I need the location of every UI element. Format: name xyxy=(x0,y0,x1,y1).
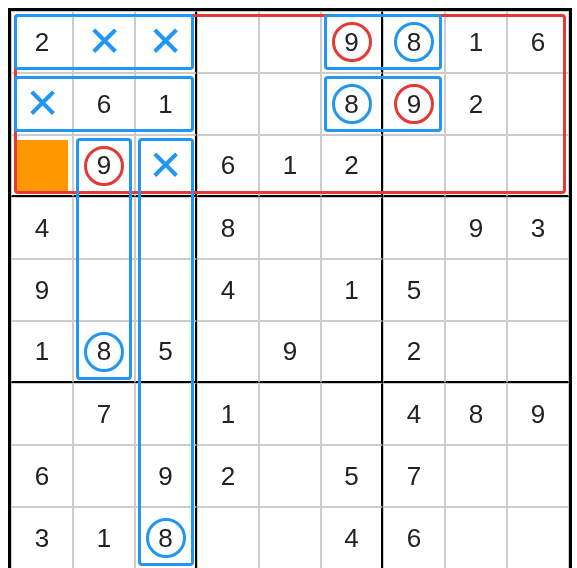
x-mark-icon: ✕ xyxy=(87,21,122,63)
cell-8-4[interactable] xyxy=(259,507,321,568)
cell-4-7[interactable] xyxy=(445,259,507,321)
cell-5-3[interactable] xyxy=(197,321,259,383)
cell-7-6[interactable]: 7 xyxy=(383,445,445,507)
cell-value: 5 xyxy=(407,275,421,306)
cell-6-4[interactable] xyxy=(259,383,321,445)
cell-3-2[interactable] xyxy=(135,197,197,259)
cell-7-3[interactable]: 2 xyxy=(197,445,259,507)
cell-5-4[interactable]: 9 xyxy=(259,321,321,383)
cell-value: 2 xyxy=(407,336,421,367)
cell-2-5[interactable]: 2 xyxy=(321,135,383,197)
cell-0-5[interactable]: 9 xyxy=(321,11,383,73)
cell-1-4[interactable] xyxy=(259,73,321,135)
cell-8-0[interactable]: 3 xyxy=(11,507,73,568)
cell-value: 3 xyxy=(531,213,545,244)
cell-3-6[interactable] xyxy=(383,197,445,259)
cell-6-3[interactable]: 1 xyxy=(197,383,259,445)
cell-2-6[interactable] xyxy=(383,135,445,197)
cell-0-8[interactable]: 6 xyxy=(507,11,569,73)
cell-2-3[interactable]: 6 xyxy=(197,135,259,197)
cell-7-1[interactable] xyxy=(73,445,135,507)
cell-value: 1 xyxy=(221,399,235,430)
cell-value: 6 xyxy=(35,461,49,492)
cell-7-7[interactable] xyxy=(445,445,507,507)
x-mark-icon: ✕ xyxy=(25,83,60,125)
cell-value: 8 xyxy=(407,27,421,58)
cell-value: 1 xyxy=(158,89,172,120)
cell-value: 3 xyxy=(35,523,49,554)
cell-5-1[interactable]: 8 xyxy=(73,321,135,383)
cell-3-4[interactable] xyxy=(259,197,321,259)
cell-6-8[interactable]: 9 xyxy=(507,383,569,445)
cell-1-1[interactable]: 6 xyxy=(73,73,135,135)
cell-6-6[interactable]: 4 xyxy=(383,383,445,445)
cell-value: 6 xyxy=(531,27,545,58)
cell-3-8[interactable]: 3 xyxy=(507,197,569,259)
cell-4-8[interactable] xyxy=(507,259,569,321)
cell-5-7[interactable] xyxy=(445,321,507,383)
cell-1-7[interactable]: 2 xyxy=(445,73,507,135)
cell-8-8[interactable] xyxy=(507,507,569,568)
cell-1-3[interactable] xyxy=(197,73,259,135)
cell-5-0[interactable]: 1 xyxy=(11,321,73,383)
cell-5-5[interactable] xyxy=(321,321,383,383)
cell-5-2[interactable]: 5 xyxy=(135,321,197,383)
cell-2-2[interactable]: ✕ xyxy=(135,135,197,197)
cell-0-7[interactable]: 1 xyxy=(445,11,507,73)
cell-4-6[interactable]: 5 xyxy=(383,259,445,321)
cell-6-5[interactable] xyxy=(321,383,383,445)
cell-1-0[interactable]: ✕ xyxy=(11,73,73,135)
cell-2-7[interactable] xyxy=(445,135,507,197)
cell-4-3[interactable]: 4 xyxy=(197,259,259,321)
cell-5-8[interactable] xyxy=(507,321,569,383)
cell-2-4[interactable]: 1 xyxy=(259,135,321,197)
cell-0-4[interactable] xyxy=(259,11,321,73)
cell-8-7[interactable] xyxy=(445,507,507,568)
cell-8-2[interactable]: 8 xyxy=(135,507,197,568)
cell-7-2[interactable]: 9 xyxy=(135,445,197,507)
cell-3-5[interactable] xyxy=(321,197,383,259)
cell-8-1[interactable]: 1 xyxy=(73,507,135,568)
cell-4-5[interactable]: 1 xyxy=(321,259,383,321)
cell-6-7[interactable]: 8 xyxy=(445,383,507,445)
cell-value: 1 xyxy=(97,523,111,554)
cell-value: 2 xyxy=(469,89,483,120)
cell-8-5[interactable]: 4 xyxy=(321,507,383,568)
cell-2-0[interactable] xyxy=(11,135,73,197)
cell-4-0[interactable]: 9 xyxy=(11,259,73,321)
cell-7-8[interactable] xyxy=(507,445,569,507)
cell-value: 7 xyxy=(407,461,421,492)
cell-7-5[interactable]: 5 xyxy=(321,445,383,507)
cell-0-3[interactable] xyxy=(197,11,259,73)
cell-4-4[interactable] xyxy=(259,259,321,321)
cell-5-6[interactable]: 2 xyxy=(383,321,445,383)
cell-value: 5 xyxy=(158,336,172,367)
cell-0-1[interactable]: ✕ xyxy=(73,11,135,73)
cell-0-0[interactable]: 2 xyxy=(11,11,73,73)
cell-value: 9 xyxy=(35,275,49,306)
cell-value: 9 xyxy=(283,336,297,367)
cell-value: 4 xyxy=(407,399,421,430)
cell-6-1[interactable]: 7 xyxy=(73,383,135,445)
cell-8-6[interactable]: 6 xyxy=(383,507,445,568)
cell-3-1[interactable] xyxy=(73,197,135,259)
cell-0-2[interactable]: ✕ xyxy=(135,11,197,73)
cell-1-6[interactable]: 9 xyxy=(383,73,445,135)
cell-1-5[interactable]: 8 xyxy=(321,73,383,135)
cell-8-3[interactable] xyxy=(197,507,259,568)
cell-3-7[interactable]: 9 xyxy=(445,197,507,259)
cell-6-2[interactable] xyxy=(135,383,197,445)
cell-2-8[interactable] xyxy=(507,135,569,197)
cell-value: 9 xyxy=(407,89,421,120)
cell-2-1[interactable]: 9 xyxy=(73,135,135,197)
cell-0-6[interactable]: 8 xyxy=(383,11,445,73)
cell-4-2[interactable] xyxy=(135,259,197,321)
cell-1-8[interactable] xyxy=(507,73,569,135)
cell-1-2[interactable]: 1 xyxy=(135,73,197,135)
cell-4-1[interactable] xyxy=(73,259,135,321)
cell-3-3[interactable]: 8 xyxy=(197,197,259,259)
cell-3-0[interactable]: 4 xyxy=(11,197,73,259)
cell-7-0[interactable]: 6 xyxy=(11,445,73,507)
cell-7-4[interactable] xyxy=(259,445,321,507)
cell-6-0[interactable] xyxy=(11,383,73,445)
